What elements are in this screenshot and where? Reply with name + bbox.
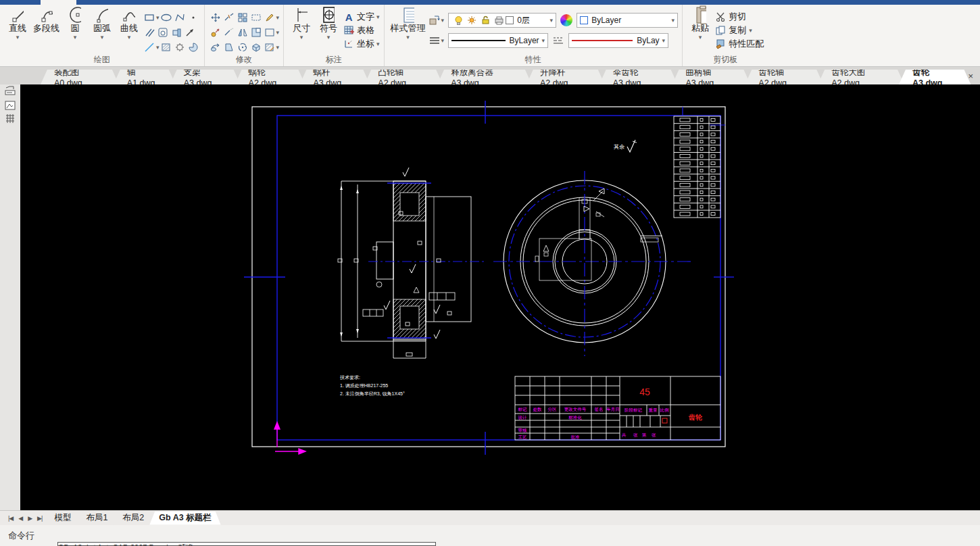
move-icon[interactable] bbox=[210, 11, 222, 24]
layout1-tab[interactable]: 布局1 bbox=[76, 512, 117, 525]
parallel-lines-icon[interactable] bbox=[143, 26, 155, 39]
model-tab[interactable]: 模型 bbox=[45, 512, 80, 525]
region-icon[interactable] bbox=[187, 41, 199, 53]
paste-caret[interactable]: ▾ bbox=[699, 34, 702, 40]
lineweight-tool-icon[interactable] bbox=[428, 34, 441, 47]
doc-tab-chilunzhou[interactable]: 齿轮轴A2.dwg bbox=[745, 70, 823, 84]
modify-row1-caret[interactable]: ▾ bbox=[276, 15, 280, 20]
match-properties-button[interactable]: 特性匹配 bbox=[714, 37, 764, 51]
layer-tool-caret[interactable]: ▾ bbox=[441, 18, 445, 23]
edit-pencil-icon[interactable] bbox=[264, 11, 276, 24]
printer-icon[interactable] bbox=[493, 14, 505, 26]
lineweight-select[interactable]: ByLay ▾ bbox=[568, 33, 668, 48]
spline-caret[interactable]: ▾ bbox=[128, 34, 131, 40]
extend-icon[interactable] bbox=[223, 26, 235, 39]
symbol-button[interactable]: .1 符号 ▾ bbox=[315, 7, 342, 41]
layer-select[interactable]: 0层 ▾ bbox=[448, 13, 556, 28]
dimension-button[interactable]: 尺寸 ▾ bbox=[288, 7, 315, 41]
command-window-icon[interactable] bbox=[4, 86, 16, 98]
image-frame-icon[interactable] bbox=[4, 99, 16, 111]
gear-icon[interactable] bbox=[174, 41, 186, 53]
layer-select-caret[interactable]: ▾ bbox=[550, 18, 554, 23]
doc-tab-wolun[interactable]: 蜗轮A2.dwg bbox=[235, 70, 305, 84]
dimension-caret[interactable]: ▾ bbox=[300, 34, 303, 40]
point-icon[interactable] bbox=[187, 11, 199, 24]
paste-button[interactable]: 粘贴 ▾ bbox=[687, 7, 714, 41]
gb-a3-titleblock-tab[interactable]: Gb A3 标题栏 bbox=[149, 512, 220, 525]
offset-icon[interactable] bbox=[210, 26, 222, 39]
modify-row3-caret[interactable]: ▾ bbox=[276, 45, 280, 50]
last-tab-button[interactable]: ▶| bbox=[34, 515, 45, 522]
polyline-button[interactable]: 多段线 bbox=[31, 7, 62, 36]
hatch-icon[interactable] bbox=[160, 41, 172, 53]
lineweight-tool-caret[interactable]: ▾ bbox=[441, 38, 445, 43]
fillet-icon[interactable] bbox=[250, 26, 262, 39]
arc-caret[interactable]: ▾ bbox=[101, 34, 104, 40]
gear-section-view[interactable] bbox=[338, 168, 487, 358]
doc-tab-chilundatu[interactable]: 齿轮大图A2.dwg bbox=[818, 70, 904, 84]
text-button[interactable]: A 文字 ▾ bbox=[342, 10, 380, 24]
doc-tab-tulunzhou[interactable]: 凸轮轴A2.dwg bbox=[364, 70, 443, 84]
doc-tab-shifanglihequi[interactable]: 释放离合器A3.dwg bbox=[437, 70, 532, 84]
curve-icon[interactable] bbox=[174, 11, 186, 24]
layout2-tab[interactable]: 布局2 bbox=[113, 512, 153, 525]
next-tab-button[interactable]: ▶ bbox=[25, 515, 34, 522]
trim-icon[interactable] bbox=[223, 41, 235, 53]
linetype-manager-icon[interactable] bbox=[552, 34, 564, 47]
prev-tab-button[interactable]: ◀ bbox=[16, 515, 25, 522]
gear-parameter-table[interactable] bbox=[674, 116, 720, 218]
bulb-icon[interactable] bbox=[452, 14, 464, 26]
stretch-icon[interactable] bbox=[250, 11, 262, 24]
copy-button[interactable]: 复制 ▾ bbox=[714, 24, 764, 37]
scale-icon[interactable] bbox=[210, 41, 222, 53]
grid-icon[interactable] bbox=[4, 113, 16, 125]
doc-tab-zhuangpeitu[interactable]: 装配图A0.dwg bbox=[41, 70, 119, 84]
spline-button[interactable]: 曲线 ▾ bbox=[116, 7, 143, 41]
style-manager-button[interactable]: 样式管理 ▾ bbox=[389, 7, 428, 41]
style-manager-caret[interactable]: ▾ bbox=[406, 34, 410, 40]
block-icon[interactable] bbox=[157, 26, 169, 39]
color-wheel-icon[interactable] bbox=[560, 14, 572, 26]
title-block[interactable]: 标记 处数 分区 更改文件号 签名 年月日 设计 标准化 审核 工艺 批准 阶段… bbox=[515, 376, 720, 440]
coordinate-button[interactable]: 坐标 ▾ bbox=[342, 37, 380, 51]
cylinder-icon[interactable] bbox=[170, 26, 182, 39]
ellipse-icon[interactable] bbox=[160, 11, 172, 24]
coordinate-caret[interactable]: ▾ bbox=[376, 41, 380, 47]
rotate-icon[interactable] bbox=[237, 41, 249, 53]
lock-icon[interactable] bbox=[479, 14, 491, 26]
rectangle-caret[interactable]: ▾ bbox=[156, 15, 160, 20]
command-line-area[interactable]: 命令行 GB_A3.dwt AutoCAD 2007 Drawing 环境 bbox=[0, 525, 980, 546]
rectangle-icon[interactable] bbox=[143, 11, 155, 24]
doc-tab-qubingzhou[interactable]: 曲柄轴A3.dwg bbox=[672, 70, 751, 84]
first-tab-button[interactable]: |◀ bbox=[5, 515, 16, 522]
doc-tab-chilun-active[interactable]: 齿轮A3.dwg bbox=[899, 70, 971, 84]
circle-button[interactable]: 圆 ▾ bbox=[62, 7, 89, 41]
leader-arrow-icon[interactable] bbox=[184, 26, 196, 39]
modify-row2-caret[interactable]: ▾ bbox=[276, 30, 280, 35]
copy-caret[interactable]: ▾ bbox=[749, 28, 752, 33]
cut-button[interactable]: 剪切 bbox=[714, 10, 764, 24]
drawing-canvas[interactable]: 其余 bbox=[20, 84, 980, 510]
chamfer-icon[interactable] bbox=[264, 26, 276, 39]
table-button[interactable]: 表格 bbox=[342, 24, 380, 37]
doc-tab-wogan[interactable]: 蜗杆A3.dwg bbox=[299, 70, 370, 84]
text-caret[interactable]: ▾ bbox=[376, 14, 380, 20]
layer-tool-icon[interactable] bbox=[428, 14, 441, 26]
doc-tab-zhou[interactable]: 轴A1.dwg bbox=[114, 70, 176, 84]
line-caret[interactable]: ▾ bbox=[16, 34, 20, 40]
linetype-select-caret[interactable]: ▾ bbox=[542, 38, 545, 43]
explode-3d-icon[interactable] bbox=[250, 41, 262, 53]
array-icon[interactable] bbox=[237, 11, 249, 24]
line-button[interactable]: 直线 ▾ bbox=[4, 7, 31, 41]
arc-button[interactable]: 圆弧 ▾ bbox=[89, 7, 116, 41]
linetype-select[interactable]: ByLayer ▾ bbox=[448, 33, 548, 48]
active-ribbon-tab-notch[interactable] bbox=[41, 0, 76, 5]
construction-line-caret[interactable]: ▾ bbox=[156, 45, 160, 50]
gear-front-view[interactable] bbox=[493, 171, 693, 356]
doc-tab-shengjianggan[interactable]: 升降杆A2.dwg bbox=[526, 70, 605, 84]
color-select[interactable]: ByLayer ▾ bbox=[577, 13, 678, 28]
layer-color-swatch[interactable] bbox=[506, 16, 514, 24]
color-select-caret[interactable]: ▾ bbox=[672, 18, 675, 23]
doc-tab-sanchilun[interactable]: 伞齿轮A3.dwg bbox=[599, 70, 678, 84]
symbol-caret[interactable]: ▾ bbox=[327, 34, 330, 40]
